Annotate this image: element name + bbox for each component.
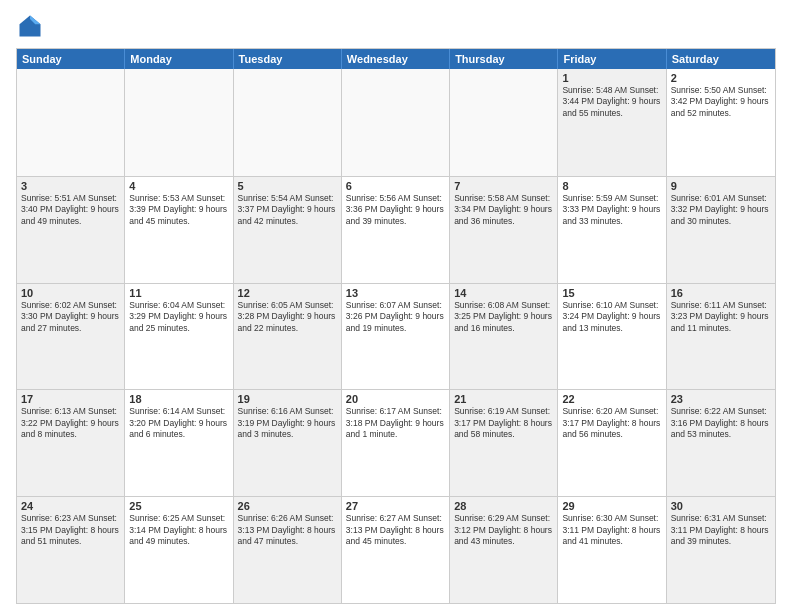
day-info: Sunrise: 5:51 AM Sunset: 3:40 PM Dayligh… bbox=[21, 193, 120, 227]
calendar-cell: 4Sunrise: 5:53 AM Sunset: 3:39 PM Daylig… bbox=[125, 177, 233, 283]
calendar-cell: 27Sunrise: 6:27 AM Sunset: 3:13 PM Dayli… bbox=[342, 497, 450, 603]
day-number: 28 bbox=[454, 500, 553, 512]
day-info: Sunrise: 6:29 AM Sunset: 3:12 PM Dayligh… bbox=[454, 513, 553, 547]
day-number: 24 bbox=[21, 500, 120, 512]
calendar-cell bbox=[17, 69, 125, 176]
calendar-cell bbox=[342, 69, 450, 176]
day-number: 5 bbox=[238, 180, 337, 192]
calendar-cell: 9Sunrise: 6:01 AM Sunset: 3:32 PM Daylig… bbox=[667, 177, 775, 283]
day-number: 26 bbox=[238, 500, 337, 512]
day-info: Sunrise: 5:58 AM Sunset: 3:34 PM Dayligh… bbox=[454, 193, 553, 227]
day-number: 1 bbox=[562, 72, 661, 84]
day-info: Sunrise: 6:23 AM Sunset: 3:15 PM Dayligh… bbox=[21, 513, 120, 547]
day-number: 11 bbox=[129, 287, 228, 299]
day-number: 30 bbox=[671, 500, 771, 512]
day-number: 13 bbox=[346, 287, 445, 299]
calendar-cell: 11Sunrise: 6:04 AM Sunset: 3:29 PM Dayli… bbox=[125, 284, 233, 390]
calendar-row: 24Sunrise: 6:23 AM Sunset: 3:15 PM Dayli… bbox=[17, 496, 775, 603]
day-info: Sunrise: 6:04 AM Sunset: 3:29 PM Dayligh… bbox=[129, 300, 228, 334]
day-number: 19 bbox=[238, 393, 337, 405]
calendar-cell: 14Sunrise: 6:08 AM Sunset: 3:25 PM Dayli… bbox=[450, 284, 558, 390]
day-number: 6 bbox=[346, 180, 445, 192]
day-info: Sunrise: 6:01 AM Sunset: 3:32 PM Dayligh… bbox=[671, 193, 771, 227]
day-number: 8 bbox=[562, 180, 661, 192]
header bbox=[16, 12, 776, 40]
day-info: Sunrise: 6:20 AM Sunset: 3:17 PM Dayligh… bbox=[562, 406, 661, 440]
day-info: Sunrise: 6:02 AM Sunset: 3:30 PM Dayligh… bbox=[21, 300, 120, 334]
calendar-cell bbox=[234, 69, 342, 176]
calendar-cell: 25Sunrise: 6:25 AM Sunset: 3:14 PM Dayli… bbox=[125, 497, 233, 603]
calendar-cell: 24Sunrise: 6:23 AM Sunset: 3:15 PM Dayli… bbox=[17, 497, 125, 603]
day-info: Sunrise: 5:56 AM Sunset: 3:36 PM Dayligh… bbox=[346, 193, 445, 227]
day-info: Sunrise: 6:26 AM Sunset: 3:13 PM Dayligh… bbox=[238, 513, 337, 547]
day-info: Sunrise: 6:10 AM Sunset: 3:24 PM Dayligh… bbox=[562, 300, 661, 334]
calendar-header-cell: Saturday bbox=[667, 49, 775, 69]
day-info: Sunrise: 5:50 AM Sunset: 3:42 PM Dayligh… bbox=[671, 85, 771, 119]
day-number: 15 bbox=[562, 287, 661, 299]
day-number: 16 bbox=[671, 287, 771, 299]
day-number: 3 bbox=[21, 180, 120, 192]
calendar-cell: 5Sunrise: 5:54 AM Sunset: 3:37 PM Daylig… bbox=[234, 177, 342, 283]
day-info: Sunrise: 6:11 AM Sunset: 3:23 PM Dayligh… bbox=[671, 300, 771, 334]
day-number: 20 bbox=[346, 393, 445, 405]
day-number: 4 bbox=[129, 180, 228, 192]
day-number: 2 bbox=[671, 72, 771, 84]
calendar-cell: 26Sunrise: 6:26 AM Sunset: 3:13 PM Dayli… bbox=[234, 497, 342, 603]
day-number: 9 bbox=[671, 180, 771, 192]
day-number: 21 bbox=[454, 393, 553, 405]
day-number: 10 bbox=[21, 287, 120, 299]
day-info: Sunrise: 6:05 AM Sunset: 3:28 PM Dayligh… bbox=[238, 300, 337, 334]
day-info: Sunrise: 6:14 AM Sunset: 3:20 PM Dayligh… bbox=[129, 406, 228, 440]
calendar: SundayMondayTuesdayWednesdayThursdayFrid… bbox=[16, 48, 776, 604]
day-info: Sunrise: 5:53 AM Sunset: 3:39 PM Dayligh… bbox=[129, 193, 228, 227]
day-number: 7 bbox=[454, 180, 553, 192]
day-info: Sunrise: 6:27 AM Sunset: 3:13 PM Dayligh… bbox=[346, 513, 445, 547]
day-info: Sunrise: 6:17 AM Sunset: 3:18 PM Dayligh… bbox=[346, 406, 445, 440]
day-number: 27 bbox=[346, 500, 445, 512]
day-number: 18 bbox=[129, 393, 228, 405]
day-number: 12 bbox=[238, 287, 337, 299]
calendar-header-cell: Wednesday bbox=[342, 49, 450, 69]
calendar-cell: 15Sunrise: 6:10 AM Sunset: 3:24 PM Dayli… bbox=[558, 284, 666, 390]
logo-icon bbox=[16, 12, 44, 40]
calendar-row: 3Sunrise: 5:51 AM Sunset: 3:40 PM Daylig… bbox=[17, 176, 775, 283]
calendar-body: 1Sunrise: 5:48 AM Sunset: 3:44 PM Daylig… bbox=[17, 69, 775, 603]
calendar-cell: 18Sunrise: 6:14 AM Sunset: 3:20 PM Dayli… bbox=[125, 390, 233, 496]
day-info: Sunrise: 6:07 AM Sunset: 3:26 PM Dayligh… bbox=[346, 300, 445, 334]
calendar-cell: 13Sunrise: 6:07 AM Sunset: 3:26 PM Dayli… bbox=[342, 284, 450, 390]
day-info: Sunrise: 6:30 AM Sunset: 3:11 PM Dayligh… bbox=[562, 513, 661, 547]
calendar-cell: 6Sunrise: 5:56 AM Sunset: 3:36 PM Daylig… bbox=[342, 177, 450, 283]
calendar-header-cell: Monday bbox=[125, 49, 233, 69]
calendar-header-cell: Friday bbox=[558, 49, 666, 69]
logo bbox=[16, 12, 48, 40]
calendar-cell: 8Sunrise: 5:59 AM Sunset: 3:33 PM Daylig… bbox=[558, 177, 666, 283]
calendar-cell: 1Sunrise: 5:48 AM Sunset: 3:44 PM Daylig… bbox=[558, 69, 666, 176]
day-info: Sunrise: 6:25 AM Sunset: 3:14 PM Dayligh… bbox=[129, 513, 228, 547]
calendar-cell: 29Sunrise: 6:30 AM Sunset: 3:11 PM Dayli… bbox=[558, 497, 666, 603]
day-info: Sunrise: 6:16 AM Sunset: 3:19 PM Dayligh… bbox=[238, 406, 337, 440]
calendar-row: 1Sunrise: 5:48 AM Sunset: 3:44 PM Daylig… bbox=[17, 69, 775, 176]
calendar-cell: 20Sunrise: 6:17 AM Sunset: 3:18 PM Dayli… bbox=[342, 390, 450, 496]
day-number: 29 bbox=[562, 500, 661, 512]
day-number: 14 bbox=[454, 287, 553, 299]
day-info: Sunrise: 5:48 AM Sunset: 3:44 PM Dayligh… bbox=[562, 85, 661, 119]
calendar-header-cell: Sunday bbox=[17, 49, 125, 69]
calendar-cell: 28Sunrise: 6:29 AM Sunset: 3:12 PM Dayli… bbox=[450, 497, 558, 603]
day-info: Sunrise: 6:19 AM Sunset: 3:17 PM Dayligh… bbox=[454, 406, 553, 440]
calendar-cell: 21Sunrise: 6:19 AM Sunset: 3:17 PM Dayli… bbox=[450, 390, 558, 496]
calendar-header: SundayMondayTuesdayWednesdayThursdayFrid… bbox=[17, 49, 775, 69]
page: SundayMondayTuesdayWednesdayThursdayFrid… bbox=[0, 0, 792, 612]
calendar-cell: 19Sunrise: 6:16 AM Sunset: 3:19 PM Dayli… bbox=[234, 390, 342, 496]
day-info: Sunrise: 5:59 AM Sunset: 3:33 PM Dayligh… bbox=[562, 193, 661, 227]
day-number: 25 bbox=[129, 500, 228, 512]
calendar-cell: 22Sunrise: 6:20 AM Sunset: 3:17 PM Dayli… bbox=[558, 390, 666, 496]
day-info: Sunrise: 6:31 AM Sunset: 3:11 PM Dayligh… bbox=[671, 513, 771, 547]
day-info: Sunrise: 5:54 AM Sunset: 3:37 PM Dayligh… bbox=[238, 193, 337, 227]
day-number: 23 bbox=[671, 393, 771, 405]
day-number: 22 bbox=[562, 393, 661, 405]
calendar-row: 10Sunrise: 6:02 AM Sunset: 3:30 PM Dayli… bbox=[17, 283, 775, 390]
calendar-cell: 17Sunrise: 6:13 AM Sunset: 3:22 PM Dayli… bbox=[17, 390, 125, 496]
calendar-cell: 23Sunrise: 6:22 AM Sunset: 3:16 PM Dayli… bbox=[667, 390, 775, 496]
day-info: Sunrise: 6:08 AM Sunset: 3:25 PM Dayligh… bbox=[454, 300, 553, 334]
calendar-cell: 30Sunrise: 6:31 AM Sunset: 3:11 PM Dayli… bbox=[667, 497, 775, 603]
